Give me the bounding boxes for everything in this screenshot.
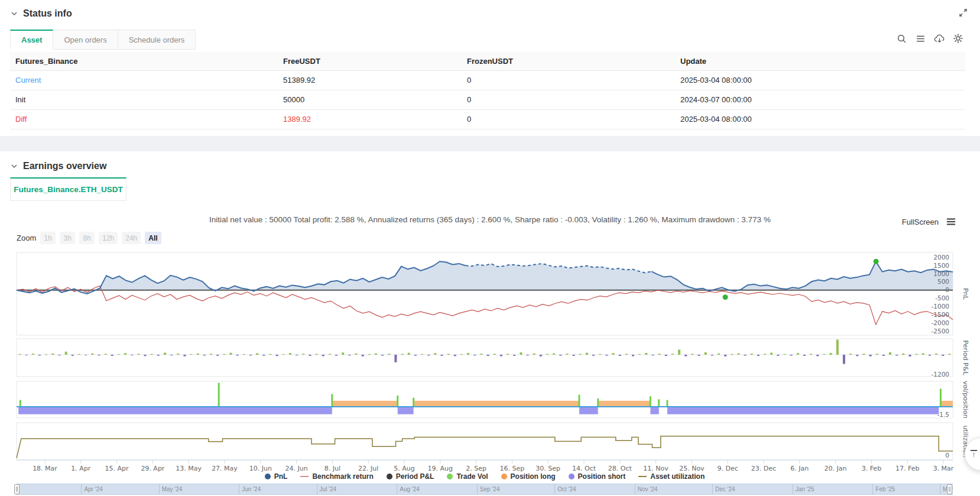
period-bar <box>546 354 549 355</box>
zoom-button-1h[interactable]: 1h <box>40 232 56 244</box>
period-bar <box>487 355 489 356</box>
tab-open-orders[interactable]: Open orders <box>53 30 118 50</box>
navigator-month-label: Sep '24 <box>480 486 500 492</box>
legend-item-trade-vol[interactable]: Trade Vol <box>447 472 488 481</box>
period-bar <box>909 355 911 356</box>
period-bar <box>401 354 404 355</box>
period-bar <box>45 354 47 355</box>
zoom-button-12h[interactable]: 12h <box>99 232 118 244</box>
period-bar <box>480 354 482 355</box>
x-axis-label: 28. Oct <box>608 465 632 472</box>
period-bar <box>72 355 74 356</box>
zoom-label: Zoom <box>17 234 36 242</box>
legend-item-asset-utilization[interactable]: Asset utilization <box>638 472 705 481</box>
expand-icon[interactable] <box>956 6 969 19</box>
zoom-button-3h[interactable]: 3h <box>60 232 75 244</box>
legend-marker <box>387 474 392 479</box>
tab-schedule-orders[interactable]: Schedule orders <box>118 30 196 50</box>
earnings-overview-title: Earnings overview <box>23 161 106 171</box>
period-bar <box>473 355 476 355</box>
tab-futures-binance-eth-usdt[interactable]: Futures_Binance.ETH_USDT <box>10 177 126 201</box>
period-bar <box>889 352 891 355</box>
trade-marker[interactable] <box>723 294 728 300</box>
legend-item-pnl[interactable]: PnL <box>265 472 288 481</box>
navigator-month-label: Oct '24 <box>557 486 576 492</box>
pnl-axis-label: 2000 <box>933 254 949 261</box>
period-bar <box>803 355 806 356</box>
x-axis-label: 30. Sep <box>536 465 560 472</box>
row-label-current[interactable]: Current <box>10 70 278 90</box>
chart-navigator[interactable]: Apr '24May '24Jun '24Jul '24Aug '24Sep '… <box>17 484 953 495</box>
x-axis-label: 29. Apr <box>141 465 164 472</box>
navigator-month-label: Dec '24 <box>715 486 735 492</box>
collapse-chevron-icon[interactable] <box>10 162 18 170</box>
collapse-chevron-icon[interactable] <box>10 9 18 18</box>
cell: 2024-03-07 00:00:00 <box>675 90 965 109</box>
chart-context-menu-icon[interactable] <box>945 215 958 228</box>
period-bar <box>520 352 522 355</box>
position-short-band <box>667 407 939 414</box>
period-bar <box>408 353 410 355</box>
fullscreen-label[interactable]: FullScreen <box>902 218 939 226</box>
legend-item-period-p-l[interactable]: Period P&L <box>387 472 434 481</box>
menu-icon[interactable] <box>914 32 927 45</box>
period-bar <box>447 354 450 355</box>
position-long-band <box>332 401 398 407</box>
navigator-separator <box>635 484 635 494</box>
x-axis-label: 25. Nov <box>679 465 705 472</box>
period-bar <box>540 355 542 356</box>
navigator-left-handle[interactable] <box>14 484 20 494</box>
period-bar <box>105 354 107 355</box>
x-axis-label: 3. Feb <box>862 465 881 472</box>
tab-asset[interactable]: Asset <box>10 30 53 50</box>
period-bar <box>289 353 291 355</box>
zoom-button-24h[interactable]: 24h <box>122 232 141 244</box>
period-bar <box>876 354 878 355</box>
navigator-separator <box>554 484 555 494</box>
legend-item-position-short[interactable]: Position short <box>569 472 626 481</box>
period-bar <box>836 339 839 355</box>
legend-marker <box>447 474 453 479</box>
zoom-button-all[interactable]: All <box>145 232 161 244</box>
panel-border <box>17 339 953 377</box>
earnings-chart[interactable]: 2000150010005000-500-1000-1500-2000-2500… <box>0 248 980 485</box>
search-icon[interactable] <box>895 32 908 45</box>
period-bar <box>619 355 621 356</box>
legend-marker <box>300 476 309 477</box>
cell: 1389.92 <box>278 109 462 129</box>
pnl-axis-label: -2000 <box>931 319 949 326</box>
x-axis-label: 20. Jan <box>825 465 847 472</box>
period-bar <box>394 355 397 362</box>
navigator-separator <box>159 484 160 494</box>
trade-marker[interactable] <box>874 259 879 264</box>
legend-item-position-long[interactable]: Position long <box>501 472 556 481</box>
period-bar <box>665 355 667 356</box>
period-bar <box>434 353 436 355</box>
period-bar <box>612 353 615 355</box>
cloud-download-icon[interactable] <box>933 32 946 45</box>
zoom-button-8h[interactable]: 8h <box>79 232 95 244</box>
period-bar <box>784 354 786 355</box>
navigator-separator <box>712 484 713 494</box>
navigator-month-label: Feb '25 <box>875 486 895 492</box>
period-bar <box>869 355 872 356</box>
period-bar <box>579 354 582 355</box>
navigator-right-handle[interactable] <box>947 484 952 494</box>
legend-item-benchmark-return[interactable]: Benchmark return <box>300 472 373 481</box>
period-bar <box>190 354 193 355</box>
period-bar <box>527 355 529 355</box>
settings-gear-icon[interactable] <box>952 32 965 45</box>
period-bar <box>566 354 568 355</box>
period-bar <box>777 355 779 356</box>
position-long-band <box>940 401 953 407</box>
period-bar <box>348 355 351 355</box>
period-bar <box>329 354 331 355</box>
x-axis-label: 8. Jul <box>324 465 340 472</box>
position-short-band <box>18 407 332 414</box>
period-bar <box>823 354 826 355</box>
period-bar <box>355 354 358 355</box>
period-bar <box>902 354 904 355</box>
period-bar <box>632 355 634 356</box>
legend-label: Benchmark return <box>312 472 373 481</box>
asset-table: Futures_BinanceFreeUSDTFrozenUSDTUpdate … <box>10 52 965 129</box>
